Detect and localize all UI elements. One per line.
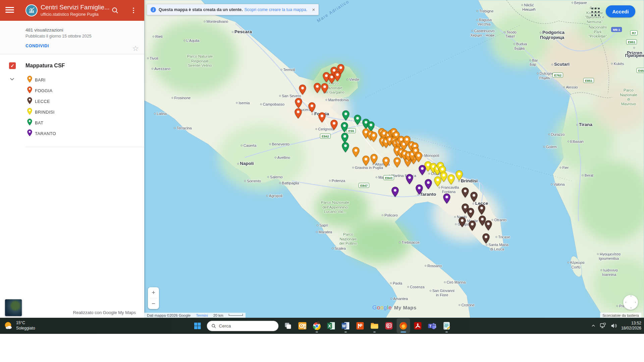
zoom-out-button[interactable]: − — [148, 298, 159, 309]
avatar[interactable] — [25, 4, 38, 16]
map-marker-lecce[interactable] — [462, 187, 469, 199]
taskbar: 15°C Soleggiato Cerca XWT — [0, 318, 644, 334]
bat-pin-icon — [27, 119, 32, 127]
pan-control[interactable]: ‹ › ⌄ ⌃ — [623, 295, 638, 310]
map-marker-lecce[interactable] — [467, 208, 474, 220]
nitro-pdf-icon[interactable] — [354, 318, 367, 333]
word-icon[interactable]: W — [339, 318, 353, 333]
chevron-right-icon: › — [635, 300, 636, 304]
banner-link[interactable]: Scopri come creare la tua mappa. — [245, 7, 308, 12]
map-marker-bat[interactable] — [341, 122, 348, 134]
google-apps-icon[interactable] — [591, 8, 600, 16]
clock-widget[interactable]: 13:52 18/02/2026 — [621, 321, 641, 331]
map-marker-foggia[interactable] — [330, 120, 338, 131]
layer-checkbox[interactable]: ✓ — [9, 62, 16, 69]
map-marker-foggia[interactable] — [308, 102, 316, 114]
map-marker-bat[interactable] — [342, 110, 350, 122]
map-marker-bari[interactable] — [382, 157, 390, 169]
map-marker-taranto[interactable] — [425, 179, 432, 191]
map-marker-bari[interactable] — [352, 147, 360, 159]
map-marker-bari[interactable] — [370, 132, 377, 143]
map-marker-taranto[interactable] — [416, 184, 423, 196]
task-view-icon[interactable] — [281, 318, 295, 333]
road-badge: E843 — [383, 175, 394, 180]
map-marker-foggia[interactable] — [337, 64, 344, 76]
notepad-icon[interactable] — [440, 318, 453, 333]
zoom-in-button[interactable]: + — [148, 287, 159, 298]
map-marker-foggia[interactable] — [321, 83, 328, 95]
more-options-icon[interactable] — [129, 6, 138, 14]
search-icon[interactable] — [111, 6, 119, 14]
chevron-up-icon: ⌃ — [630, 295, 632, 299]
map-marker-bari[interactable] — [370, 154, 378, 166]
map-marker-foggia[interactable] — [299, 84, 306, 96]
sign-in-button[interactable]: Accedi — [606, 5, 635, 17]
map-marker-taranto[interactable] — [391, 187, 399, 198]
chevron-down-icon[interactable] — [9, 76, 15, 82]
certificate-app-icon[interactable] — [382, 318, 396, 333]
map-marker-brindisi[interactable] — [455, 170, 463, 182]
map-marker-lecce[interactable] — [485, 220, 492, 232]
map-marker-lecce[interactable] — [459, 217, 466, 229]
map-marker-taranto[interactable] — [406, 174, 413, 186]
file-explorer-icon[interactable] — [368, 318, 381, 333]
view-count: 481 visualizzazioni — [25, 27, 138, 33]
map-marker-lecce[interactable] — [470, 192, 478, 203]
svg-text:W: W — [342, 324, 346, 328]
legend-item-taranto[interactable]: TARANTO — [0, 128, 144, 139]
start-button[interactable] — [191, 318, 204, 333]
search-placeholder: Cerca — [219, 323, 231, 328]
map-marker-lecce[interactable] — [482, 233, 490, 245]
legend-item-bat[interactable]: BAT — [0, 117, 144, 128]
legend-item-label: FOGGIA — [35, 88, 52, 93]
map-marker-lecce[interactable] — [478, 204, 485, 216]
banner-close-icon[interactable]: × — [312, 7, 315, 12]
share-button[interactable]: CONDIVIDI — [25, 44, 49, 48]
map-marker-foggia[interactable] — [314, 83, 321, 95]
chrome-icon[interactable] — [310, 318, 324, 333]
menu-icon[interactable] — [5, 7, 14, 14]
map-marker-brindisi[interactable] — [447, 174, 455, 186]
weather-widget[interactable]: 15°C Soleggiato — [3, 318, 35, 334]
adobe-acrobat-icon[interactable] — [411, 318, 425, 333]
tray-chevron-up-icon[interactable] — [591, 323, 596, 328]
user-map-banner: i Questa mappa è stata creata da un uten… — [147, 4, 319, 15]
map-marker-brindisi[interactable] — [440, 172, 447, 183]
map-marker-bari[interactable] — [415, 152, 422, 164]
mymaps-label: My Maps — [394, 305, 417, 310]
road-badge: E851 — [626, 40, 637, 45]
foggia-pin-icon — [27, 86, 32, 95]
map-marker-taranto[interactable] — [419, 165, 426, 177]
map-marker-bat[interactable] — [342, 142, 349, 154]
star-icon[interactable]: ☆ — [132, 45, 139, 52]
teams-icon[interactable]: T — [426, 318, 439, 333]
excel-icon[interactable]: X — [325, 318, 338, 333]
made-with-label: Realizzato con Google My Maps — [73, 310, 136, 315]
network-icon[interactable] — [600, 323, 606, 329]
map-canvas[interactable]: Mare AdriaticoMontesilvanoPescaraTermoli… — [144, 0, 644, 318]
map-marker-bat[interactable] — [354, 115, 361, 126]
legend-item-brindisi[interactable]: BRINDISI — [0, 107, 144, 117]
map-marker-bari[interactable] — [362, 156, 370, 167]
legend-item-label: TARANTO — [35, 131, 56, 136]
legend-item-foggia[interactable]: FOGGIA — [0, 85, 144, 96]
system-tray: 13:52 18/02/2026 — [591, 318, 641, 334]
map-marker-lecce[interactable] — [469, 221, 476, 232]
road-badge: E762 — [552, 73, 563, 78]
legend-item-bari[interactable]: BARI — [0, 74, 144, 85]
road-badge: E847 — [359, 183, 369, 188]
terms-link[interactable]: Termini — [196, 313, 208, 317]
map-marker-taranto[interactable] — [443, 193, 450, 205]
layer-row: ✓ Mappatura CSF — [9, 62, 144, 69]
volume-icon[interactable] — [610, 323, 617, 329]
keyboard-shortcuts-button[interactable]: Scorciatoie da tastiera — [600, 313, 641, 318]
taskbar-search-input[interactable]: Cerca — [207, 321, 279, 331]
map-marker-foggia[interactable] — [318, 112, 326, 124]
map-marker-foggia[interactable] — [295, 98, 302, 110]
firefox-icon[interactable] — [397, 318, 410, 333]
basemap-thumbnail[interactable] — [5, 299, 22, 316]
legend-item-lecce[interactable]: LECCE — [0, 96, 144, 107]
map-marker-foggia[interactable] — [294, 108, 302, 120]
outlook-icon[interactable] — [296, 318, 309, 333]
search-icon — [211, 323, 216, 328]
